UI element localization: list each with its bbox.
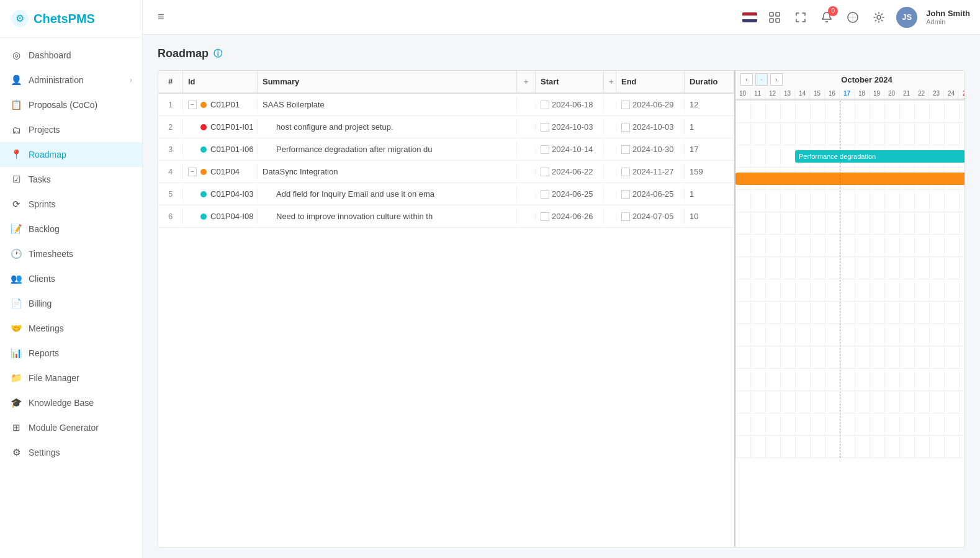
start-checkbox[interactable] (541, 212, 549, 221)
sidebar-item-proposals[interactable]: 📋 Proposals (CoCo) (0, 92, 142, 117)
gantt-row (735, 346, 964, 369)
collapse-btn[interactable]: − (188, 101, 197, 109)
nav-label-administration: Administration (29, 75, 130, 85)
svg-rect-4 (770, 19, 773, 22)
sidebar-item-sprints[interactable]: ⟳ Sprints (0, 192, 142, 217)
gantt-next-button[interactable]: › (770, 73, 783, 86)
td-add[interactable] (517, 101, 536, 109)
table-row[interactable]: 2 C01P01-I01 host configure and project … (158, 116, 734, 138)
settings-icon[interactable] (870, 9, 888, 26)
fullscreen-icon[interactable] (792, 9, 809, 26)
nav-label-module-generator: Module Generator (29, 423, 132, 433)
language-flag[interactable] (742, 12, 757, 22)
gantt-bar-performance[interactable]: Performance degradation (795, 150, 964, 163)
end-checkbox[interactable] (621, 101, 630, 109)
td-add[interactable] (517, 146, 536, 153)
td-start: 2024-06-25 (536, 186, 604, 203)
col-header-add[interactable]: + (517, 71, 536, 92)
end-checkbox[interactable] (621, 190, 630, 199)
td-end: 2024-11-27 (616, 163, 685, 181)
nav-icon-timesheets: 🕐 (10, 248, 22, 260)
sidebar-item-tasks[interactable]: ☑ Tasks (0, 167, 142, 192)
col-header-summary: Summary (258, 71, 517, 92)
hamburger-button[interactable]: ≡ (153, 8, 169, 26)
sidebar-logo[interactable]: ⚙ ChetsPMS (0, 0, 142, 38)
nav-label-clients: Clients (29, 274, 132, 284)
start-checkbox[interactable] (541, 190, 549, 199)
td-add[interactable] (517, 191, 536, 198)
start-checkbox[interactable] (541, 145, 549, 154)
start-checkbox[interactable] (541, 123, 549, 132)
td-end-add[interactable] (604, 168, 616, 176)
collapse-btn[interactable]: − (188, 168, 197, 176)
nav-label-reports: Reports (29, 348, 132, 358)
sidebar-item-timesheets[interactable]: 🕐 Timesheets (0, 241, 142, 266)
nav-label-billing: Billing (29, 299, 132, 308)
td-summary: Add field for Inquiry Email and use it o… (258, 186, 517, 202)
td-id: C01P04-I08 (183, 208, 258, 225)
td-end-add[interactable] (604, 213, 616, 220)
table-row[interactable]: 6 C01P04-I08 Need to improve innovation … (158, 205, 734, 228)
table-row[interactable]: 5 C01P04-I03 Add field for Inquiry Email… (158, 183, 734, 205)
td-num: 2 (158, 119, 183, 135)
sidebar-item-backlog[interactable]: 📝 Backlog (0, 217, 142, 241)
gantt-day: 18 (855, 88, 870, 99)
table-body: 1 − C01P01 SAAS Boilerplate 2024-06-18 2… (158, 94, 734, 547)
td-add[interactable] (517, 213, 536, 220)
grid-icon[interactable] (766, 9, 783, 26)
status-dot (200, 214, 207, 220)
gantt-row (735, 212, 964, 235)
theme-toggle[interactable] (844, 9, 861, 26)
gantt-row (735, 279, 964, 302)
info-icon[interactable]: ⓘ (214, 48, 222, 60)
start-checkbox[interactable] (541, 168, 549, 176)
end-checkbox[interactable] (621, 212, 630, 221)
td-end-add[interactable] (604, 191, 616, 198)
nav-arrow-administration: › (130, 76, 132, 84)
start-checkbox[interactable] (541, 101, 549, 109)
gantt-prev-button[interactable]: ‹ (740, 73, 753, 86)
sidebar: ⚙ ChetsPMS ◎ Dashboard 👤 Administration … (0, 0, 143, 558)
sidebar-item-projects[interactable]: 🗂 Projects (0, 117, 142, 142)
col-header-end-add[interactable]: + (604, 71, 616, 92)
gantt-row (735, 168, 964, 190)
table-row[interactable]: 4 − C01P04 DataSync Integration 2024-06-… (158, 161, 734, 183)
sidebar-item-administration[interactable]: 👤 Administration › (0, 68, 142, 92)
td-start: 2024-06-22 (536, 163, 604, 181)
td-end-add[interactable] (604, 124, 616, 131)
end-checkbox[interactable] (621, 168, 630, 176)
sidebar-item-meetings[interactable]: 🤝 Meetings (0, 316, 142, 341)
td-end-add[interactable] (604, 146, 616, 153)
td-summary: SAAS Boilerplate (258, 96, 517, 113)
notification-icon[interactable]: 0 (818, 9, 835, 26)
sidebar-item-clients[interactable]: 👥 Clients (0, 266, 142, 291)
td-end-add[interactable] (604, 101, 616, 109)
page-title-text: Roadmap (158, 47, 209, 60)
sidebar-item-dashboard[interactable]: ◎ Dashboard (0, 43, 142, 68)
id-text: C01P04-I08 (210, 212, 253, 221)
td-add[interactable] (517, 124, 536, 131)
gantt-center-button[interactable]: · (755, 73, 768, 86)
nav-icon-tasks: ☑ (10, 173, 22, 186)
sidebar-item-knowledge-base[interactable]: 🎓 Knowledge Base (0, 390, 142, 415)
avatar[interactable]: JS (896, 7, 917, 28)
sidebar-item-settings[interactable]: ⚙ Settings (0, 440, 142, 465)
sidebar-item-billing[interactable]: 📄 Billing (0, 291, 142, 316)
gantt-body[interactable]: Performance degradation (735, 101, 964, 547)
sidebar-item-module-generator[interactable]: ⊞ Module Generator (0, 415, 142, 440)
sidebar-item-reports[interactable]: 📊 Reports (0, 341, 142, 366)
nav-label-tasks: Tasks (29, 174, 132, 184)
td-add[interactable] (517, 168, 536, 176)
end-checkbox[interactable] (621, 145, 630, 154)
sidebar-item-roadmap[interactable]: 📍 Roadmap (0, 142, 142, 167)
gantt-bar-datasync[interactable] (735, 173, 964, 185)
gantt-day: 12 (765, 88, 780, 99)
nav-icon-settings: ⚙ (10, 446, 22, 459)
sidebar-item-file-manager[interactable]: 📁 File Manager (0, 366, 142, 390)
td-summary: host configure and project setup. (258, 119, 517, 135)
gantt-days-header: 1011121314151617181920212223242526272829… (735, 88, 964, 99)
table-row[interactable]: 1 − C01P01 SAAS Boilerplate 2024-06-18 2… (158, 94, 734, 116)
td-id: − C01P01 (183, 96, 258, 113)
table-row[interactable]: 3 C01P01-I06 Performance degradation aft… (158, 138, 734, 161)
end-checkbox[interactable] (621, 123, 630, 132)
